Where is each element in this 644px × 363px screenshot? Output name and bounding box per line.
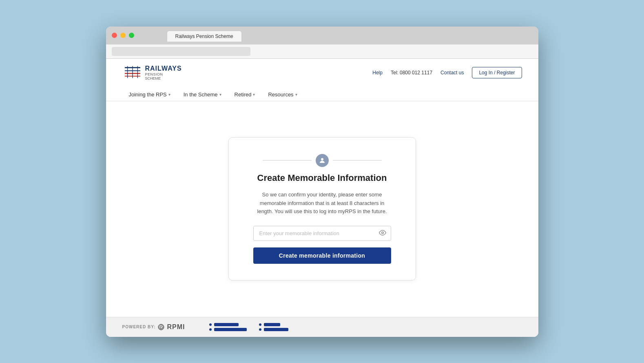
powered-by-text: POWERED BY:	[122, 325, 156, 329]
footer-bar	[214, 328, 247, 331]
person-icon	[319, 157, 326, 164]
nav-bar: Joining the RPS ▾ In the Scheme ▾ Retire…	[122, 84, 522, 101]
footer-bar	[214, 323, 239, 326]
powered-by-label: POWERED BY: RPMI	[122, 323, 185, 331]
memorable-info-input[interactable]	[253, 226, 391, 241]
card-description: So we can confirm your identity, please …	[253, 191, 391, 216]
footer-bar	[264, 328, 288, 331]
chevron-down-icon: ▾	[295, 92, 297, 97]
footer-link-group-2	[259, 323, 288, 331]
nav-retired[interactable]: Retired ▾	[228, 88, 262, 101]
footer-link-group-1	[209, 323, 247, 331]
user-avatar-icon	[316, 154, 329, 167]
footer-link-item	[259, 328, 288, 331]
site-footer: POWERED BY: RPMI	[106, 317, 538, 337]
rpmi-text: RPMI	[167, 323, 185, 331]
footer-bullet	[209, 323, 212, 326]
footer-bar	[264, 323, 280, 326]
svg-point-7	[321, 158, 323, 160]
tel-label: Tel: 0800 012 1117	[391, 70, 432, 76]
chevron-down-icon: ▾	[168, 92, 170, 97]
contact-link[interactable]: Contact us	[440, 70, 464, 76]
minimize-button[interactable]	[120, 33, 126, 38]
title-bar: Railways Pension Scheme	[106, 27, 538, 45]
show-password-icon[interactable]	[379, 229, 386, 238]
footer-bullet	[259, 323, 261, 326]
icon-line-left	[263, 160, 312, 160]
logo-icon	[122, 65, 143, 81]
memorable-info-card: Create Memorable Information So we can c…	[228, 137, 416, 281]
traffic-lights	[112, 33, 134, 38]
card-title: Create Memorable Information	[253, 173, 391, 183]
help-link[interactable]: Help	[372, 70, 383, 76]
nav-resources-label: Resources	[268, 91, 293, 98]
tab-bar: Railways Pension Scheme	[134, 31, 274, 42]
card-icon-row	[253, 154, 391, 167]
site-header: RAILWAYS PENSION SCHEME Help Tel: 0800 0…	[106, 59, 538, 101]
logo-scheme-label: SCHEME	[145, 76, 182, 80]
nav-resources[interactable]: Resources ▾	[261, 88, 303, 101]
nav-retired-label: Retired	[235, 91, 252, 98]
logo-text: RAILWAYS PENSION SCHEME	[145, 65, 182, 80]
address-bar[interactable]	[112, 47, 250, 56]
login-button[interactable]: Log In / Register	[472, 67, 522, 78]
browser-content: RAILWAYS PENSION SCHEME Help Tel: 0800 0…	[106, 59, 538, 337]
footer-bullet	[209, 328, 212, 331]
fullscreen-button[interactable]	[129, 33, 134, 38]
browser-tab[interactable]: Railways Pension Scheme	[167, 31, 242, 42]
create-memorable-info-button[interactable]: Create memorable information	[253, 247, 391, 264]
chevron-down-icon: ▾	[219, 92, 221, 97]
close-button[interactable]	[112, 33, 117, 38]
chevron-down-icon: ▾	[253, 92, 255, 97]
svg-point-9	[158, 324, 164, 330]
footer-link-item	[259, 323, 288, 326]
svg-point-8	[381, 232, 383, 234]
logo-railways-label: RAILWAYS	[145, 65, 182, 72]
rpmi-logo-icon	[158, 324, 164, 330]
logo-pension-label: PENSION	[145, 72, 182, 76]
tab-title: Railways Pension Scheme	[175, 33, 233, 39]
address-bar-row	[106, 45, 538, 59]
memorable-input-row	[253, 226, 391, 241]
footer-links	[209, 323, 288, 331]
header-right: Help Tel: 0800 012 1117 Contact us Log I…	[372, 67, 522, 78]
nav-in-scheme[interactable]: In the Scheme ▾	[177, 88, 228, 101]
header-top: RAILWAYS PENSION SCHEME Help Tel: 0800 0…	[122, 59, 522, 84]
mac-window: Railways Pension Scheme	[106, 27, 538, 337]
footer-link-item	[209, 328, 247, 331]
footer-bullet	[259, 328, 261, 331]
nav-scheme-label: In the Scheme	[184, 91, 218, 98]
icon-line-right	[333, 160, 382, 160]
nav-joining-label: Joining the RPS	[129, 91, 167, 98]
main-content: Create Memorable Information So we can c…	[106, 101, 538, 317]
logo-container[interactable]: RAILWAYS PENSION SCHEME	[122, 65, 182, 81]
footer-link-item	[209, 323, 247, 326]
nav-joining-rps[interactable]: Joining the RPS ▾	[122, 88, 177, 101]
